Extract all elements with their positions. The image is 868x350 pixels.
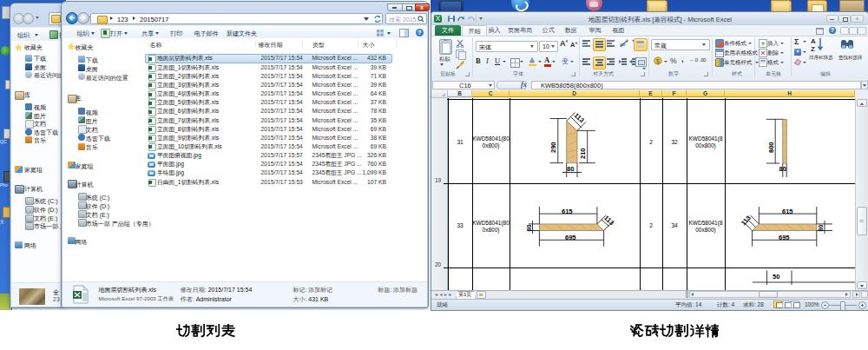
svg-text:695: 695 — [779, 233, 790, 241]
svg-text:800: 800 — [767, 142, 775, 153]
svg-text:210: 210 — [579, 148, 587, 159]
svg-text:A: A — [811, 37, 816, 45]
svg-text:615: 615 — [782, 207, 793, 215]
svg-text:80: 80 — [818, 224, 824, 231]
svg-text:113: 113 — [602, 214, 615, 227]
svg-text:80: 80 — [567, 165, 574, 173]
svg-text:Z: Z — [811, 45, 815, 53]
svg-text:290: 290 — [549, 142, 557, 153]
svg-text:50: 50 — [773, 273, 779, 281]
svg-text:ab: ab — [620, 42, 626, 47]
svg-text:615: 615 — [562, 207, 573, 215]
svg-text:695: 695 — [565, 233, 576, 241]
svg-text:$: $ — [656, 58, 660, 64]
svg-text:80: 80 — [779, 165, 786, 173]
svg-text:80: 80 — [526, 224, 532, 231]
